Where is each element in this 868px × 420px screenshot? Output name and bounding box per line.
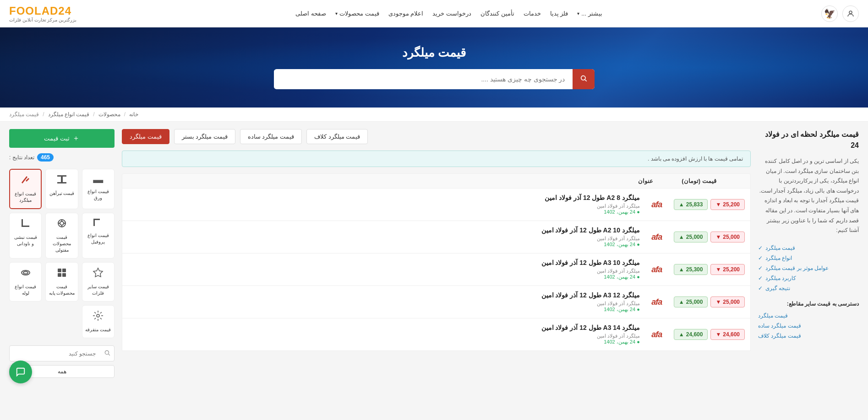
- svg-rect-16: [58, 273, 61, 277]
- nav-more[interactable]: بیشتر ... ▾: [577, 10, 602, 17]
- product-date-3: ● 24 بهمن، 1402: [128, 307, 640, 312]
- svg-rect-14: [58, 269, 61, 272]
- svg-rect-17: [62, 273, 66, 277]
- logo-icon-btn[interactable]: 🦅: [821, 5, 838, 22]
- breadcrumb-products[interactable]: محصولات: [98, 111, 120, 118]
- product-logo-4: afa: [645, 330, 668, 339]
- nav-purchase-request[interactable]: درخواست خرید: [432, 10, 471, 17]
- category-card-profil[interactable]: قیمت انواع پروفیل: [82, 213, 115, 258]
- header-icons: 🦅: [821, 5, 859, 22]
- access-title: دسترسی به قیمت سایر مقاطع:: [758, 301, 859, 307]
- product-logo-2: afa: [645, 265, 668, 275]
- site-logo[interactable]: FOOLAD24 بزرگترین مرکز تجارت آنلاین فلزا…: [9, 5, 76, 22]
- category-card-maftoli[interactable]: قیمت محصولات مفتولی: [45, 213, 78, 258]
- price-up-1: 25,000 ▲: [674, 232, 708, 242]
- category-card-paye[interactable]: قیمت محصولات پایه: [45, 262, 78, 302]
- product-row[interactable]: 25,000 ▼ 25,000 ▲ afa میلگرد A3 12 طول 1…: [122, 286, 751, 318]
- user-icon-btn[interactable]: [842, 5, 859, 22]
- svg-rect-5: [57, 182, 66, 183]
- nav-inventory[interactable]: اعلام موجودی: [388, 10, 424, 17]
- product-name-0: میلگرد A2 8 طول 12 آذر فولاد امین: [128, 194, 640, 201]
- nav-suppliers[interactable]: تأمین کنندگان: [480, 10, 514, 17]
- sidebar-search-input[interactable]: [10, 347, 100, 361]
- hero-banner: قیمت میلگرد: [0, 27, 868, 108]
- svg-rect-4: [61, 177, 63, 182]
- sidebar-link-2[interactable]: عوامل موثر بر قیمت میلگرد ✓: [758, 263, 859, 273]
- product-info-2: میلگرد A3 10 طول 12 آذر فولاد امین میلگر…: [128, 259, 640, 280]
- svg-point-0: [849, 11, 852, 14]
- price-badges-1: 25,000 ▼ 25,000 ▲: [674, 232, 745, 242]
- breadcrumb-types[interactable]: قیمت انواع میلگرد: [48, 111, 90, 118]
- register-price-button[interactable]: ＋ ثبت قیمت: [9, 129, 115, 148]
- header: 🦅 بیشتر ... ▾ فلز پدیا خدمات تأمین کنندگ…: [0, 0, 868, 27]
- product-row[interactable]: 24,600 ▼ 24,600 ▲ afa میلگرد A3 14 طول 1…: [122, 318, 751, 351]
- category-card-luleh[interactable]: قیمت انواع لوله: [9, 262, 42, 302]
- sidebar-link-3[interactable]: کاربرد میلگرد ✓: [758, 273, 859, 283]
- svg-point-19: [23, 272, 28, 274]
- tab-milgard-bester[interactable]: قیمت میلگرد بستر: [174, 129, 235, 144]
- milgard-icon: [20, 174, 31, 188]
- price-up-0: 25,833 ▲: [674, 199, 708, 210]
- svg-line-2: [585, 80, 587, 81]
- hero-search-input[interactable]: [274, 70, 573, 88]
- price-down-2: 25,200 ▼: [710, 264, 745, 275]
- sidebar-title: قیمت میلگرد لحظه ای در فولاد 24: [758, 129, 859, 151]
- nav-felz-pedia[interactable]: فلز پدیا: [550, 10, 568, 17]
- nav-home[interactable]: صفحه اصلی: [295, 10, 326, 17]
- product-meta-0: میلگرد آذر فولاد امین: [128, 203, 640, 209]
- sidebar-link-4[interactable]: نتیجه گیری ✓: [758, 283, 859, 293]
- price-down-0: 25,200 ▼: [710, 199, 745, 210]
- paye-icon: [56, 267, 67, 281]
- product-info-3: میلگرد A3 12 طول 12 آذر فولاد امین میلگر…: [128, 291, 640, 312]
- product-date-4: ● 24 بهمن، 1402: [128, 339, 640, 345]
- price-badges-3: 25,000 ▼ 25,000 ▲: [674, 296, 745, 307]
- chat-bubble[interactable]: [9, 361, 32, 383]
- hero-search-button[interactable]: [573, 69, 595, 89]
- breadcrumb-current: قیمت میلگرد: [9, 111, 39, 118]
- price-badges-4: 24,600 ▼ 24,600 ▲: [674, 329, 745, 340]
- price-down-1: 25,000 ▼: [710, 232, 745, 242]
- sidebar-link-1[interactable]: انواع میلگرد ✓: [758, 253, 859, 263]
- price-up-4: 24,600 ▲: [674, 329, 708, 340]
- motafareghe-icon: [93, 310, 104, 324]
- breadcrumb-home[interactable]: خانه: [129, 111, 138, 118]
- product-meta-1: میلگرد آذر فولاد امین: [128, 236, 640, 242]
- nav-products[interactable]: قیمت محصولات ▾: [335, 10, 379, 17]
- product-row[interactable]: 25,200 ▼ 25,300 ▲ afa میلگرد A3 10 طول 1…: [122, 253, 751, 286]
- sidebar-link-0[interactable]: قیمت میلگرد ✓: [758, 243, 859, 253]
- product-row[interactable]: 25,200 ▼ 25,833 ▲ afa میلگرد A2 8 طول 12…: [122, 188, 751, 221]
- tab-milgard[interactable]: قیمت میلگرد: [122, 129, 169, 144]
- price-badges-2: 25,200 ▼ 25,300 ▲: [674, 264, 745, 275]
- felezat-icon: [93, 267, 104, 281]
- nav-services[interactable]: خدمات: [524, 10, 541, 17]
- svg-point-9: [60, 221, 64, 225]
- tab-milgard-kalaf[interactable]: قیمت میلگرد کلاف: [306, 129, 368, 144]
- product-name-4: میلگرد A3 14 طول 12 آذر فولاد امین: [128, 324, 640, 331]
- category-card-varaq[interactable]: ▬ قیمت انواع ورق: [82, 169, 115, 209]
- category-card-tiraahan[interactable]: قیمت تیرآهن: [45, 169, 78, 209]
- notice-bar: تمامی قیمت ها با ارزش افزوده می باشد .: [122, 151, 751, 167]
- profil-icon: [93, 218, 104, 230]
- svg-point-20: [97, 314, 99, 317]
- varaq-icon: ▬: [93, 174, 103, 186]
- access-link-2[interactable]: قیمت میلگرد کلاف: [758, 331, 859, 341]
- price-down-4: 24,600 ▼: [710, 329, 745, 340]
- product-date-1: ● 24 بهمن، 1402: [128, 242, 640, 248]
- category-card-nabshi[interactable]: قیمت نبشی و ناودانی: [9, 213, 42, 258]
- svg-point-1: [581, 76, 585, 80]
- svg-line-22: [109, 354, 110, 355]
- tab-milgard-sadeh[interactable]: قیمت میلگرد ساده: [240, 129, 302, 144]
- product-logo-3: afa: [645, 297, 668, 307]
- sidebar-description: یکی از اساسی ترین و در اصل کامل کننده بت…: [758, 156, 859, 236]
- product-row[interactable]: 25,000 ▼ 25,000 ▲ afa میلگرد A2 10 طول 1…: [122, 221, 751, 253]
- access-link-0[interactable]: قیمت میلگرد: [758, 311, 859, 321]
- access-link-1[interactable]: قیمت میلگرد ساده: [758, 321, 859, 331]
- filter-tabs: قیمت میلگرد کلاف قیمت میلگرد ساده قیمت م…: [122, 129, 751, 144]
- category-card-milgard[interactable]: قیمت انواع میلگرد: [9, 169, 42, 209]
- product-name-1: میلگرد A2 10 طول 12 آذر فولاد امین: [128, 226, 640, 234]
- nabshi-icon: [20, 218, 31, 232]
- category-card-felezat[interactable]: قیمت سایر فلزات: [82, 262, 115, 302]
- result-count: 465 تعداد نتایج :: [9, 153, 115, 162]
- category-card-motafareghe[interactable]: قیمت متفرقه: [82, 305, 115, 338]
- sidebar-search-icon: [100, 346, 114, 361]
